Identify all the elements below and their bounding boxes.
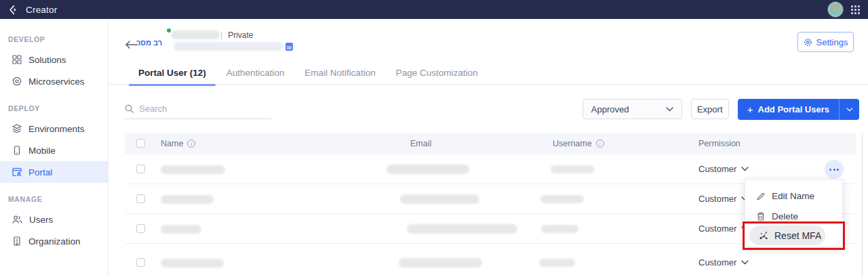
- chevron-down-icon: [741, 260, 749, 265]
- sidebar-item-users[interactable]: Users: [0, 209, 108, 230]
- users-icon: [12, 215, 22, 224]
- column-name: Name: [161, 139, 183, 148]
- table-row: Customer: [125, 244, 856, 277]
- divider: |: [220, 30, 222, 40]
- solutions-icon: [12, 55, 22, 64]
- creator-logo-icon[interactable]: [9, 4, 20, 16]
- app-window: Creator DEVELOP Solutions Microservices …: [0, 0, 868, 277]
- sidebar-item-label: Mobile: [28, 146, 56, 156]
- info-icon[interactable]: i: [187, 140, 195, 148]
- add-portal-users-menu-toggle[interactable]: [839, 99, 859, 120]
- masked-username: [540, 195, 584, 203]
- export-button[interactable]: Export: [691, 99, 729, 119]
- section-label-manage: MANAGE: [8, 195, 108, 205]
- column-username: Username: [553, 139, 592, 148]
- menu-item-label: Edit Name: [772, 191, 814, 201]
- permission-dropdown[interactable]: Customer: [698, 194, 749, 204]
- section-label-deploy: DEPLOY: [8, 104, 108, 114]
- masked-name: [161, 225, 201, 234]
- organization-icon: [12, 236, 22, 246]
- sidebar-item-label: Users: [29, 215, 53, 225]
- sidebar-item-label: Solutions: [28, 55, 66, 65]
- masked-email: [399, 258, 482, 268]
- masked-username: [539, 259, 575, 267]
- permission-dropdown[interactable]: Customer: [698, 223, 749, 234]
- apps-grid-icon[interactable]: [851, 5, 860, 14]
- brand-name: Creator: [26, 5, 57, 15]
- permission-value: Customer: [698, 223, 736, 234]
- app-title-hebrew: רב מסר: [136, 39, 162, 47]
- microservices-icon: [12, 77, 22, 86]
- sidebar-item-portal[interactable]: Portal: [0, 161, 108, 183]
- visibility-label: |Private: [220, 30, 253, 40]
- tab-portal-user[interactable]: Portal User (12): [138, 61, 206, 85]
- sidebar-item-label: Portal: [28, 167, 52, 177]
- table-header: Namei Email Usernamei Permission: [125, 133, 856, 154]
- permission-dropdown[interactable]: Customer: [698, 257, 749, 268]
- sidebar-item-label: Microservices: [28, 77, 85, 87]
- user-avatar[interactable]: [828, 2, 843, 17]
- tab-email-notification[interactable]: Email Notification: [304, 61, 375, 85]
- row-actions-button[interactable]: [825, 160, 844, 179]
- search-input[interactable]: [139, 104, 271, 114]
- row-checkbox[interactable]: [136, 165, 145, 173]
- row-checkbox[interactable]: [136, 194, 145, 203]
- masked-app-name: [171, 30, 220, 39]
- settings-button[interactable]: Settings: [797, 32, 854, 52]
- menu-item-label: Delete: [772, 211, 798, 221]
- masked-name: [161, 195, 214, 204]
- open-app-icon[interactable]: [285, 43, 293, 51]
- settings-label: Settings: [816, 37, 848, 47]
- add-portal-users-label: Add Portal Users: [758, 104, 829, 114]
- topbar: Creator: [0, 0, 868, 19]
- permission-value: Customer: [698, 194, 736, 204]
- portal-icon: [12, 167, 22, 177]
- column-email: Email: [410, 139, 431, 148]
- masked-name: [161, 259, 224, 268]
- permission-value: Customer: [698, 257, 736, 268]
- masked-username: [541, 225, 578, 233]
- reset-mfa-icon: [759, 231, 768, 240]
- select-all-checkbox[interactable]: [136, 139, 145, 148]
- sidebar-item-microservices[interactable]: Microservices: [0, 70, 108, 92]
- status-dot: [167, 28, 171, 33]
- masked-name: [161, 165, 225, 174]
- visibility-value: Private: [228, 30, 253, 40]
- row-actions-menu: Edit Name Delete Reset MFA: [745, 179, 843, 247]
- main-content: רב מסר |Private Settings Portal User (12…: [108, 19, 868, 277]
- add-portal-users-button[interactable]: + Add Portal Users: [738, 99, 859, 120]
- status-filter-value: Approved: [591, 104, 629, 114]
- menu-item-reset-mfa[interactable]: Reset MFA: [749, 226, 825, 245]
- tab-page-customization[interactable]: Page Customization: [396, 61, 478, 85]
- masked-username: [551, 165, 594, 173]
- sidebar-item-mobile[interactable]: Mobile: [0, 140, 108, 161]
- mobile-icon: [12, 146, 22, 155]
- masked-email: [387, 165, 469, 174]
- row-checkbox[interactable]: [136, 258, 145, 267]
- chevron-down-icon: [666, 107, 673, 112]
- trash-icon: [757, 212, 765, 221]
- pencil-icon: [757, 192, 765, 200]
- masked-email: [407, 224, 517, 234]
- info-icon[interactable]: i: [596, 140, 604, 148]
- row-checkbox[interactable]: [136, 224, 145, 233]
- masked-app-url: [174, 42, 283, 51]
- menu-item-label: Reset MFA: [774, 230, 821, 241]
- chevron-down-icon: [741, 167, 749, 171]
- search-field[interactable]: [125, 99, 271, 119]
- permission-value: Customer: [698, 164, 736, 174]
- plus-icon: +: [747, 104, 753, 115]
- menu-item-delete[interactable]: Delete: [757, 211, 798, 221]
- scrollbar-track[interactable]: [862, 133, 863, 277]
- permission-dropdown[interactable]: Customer: [698, 164, 749, 174]
- sidebar-item-environments[interactable]: Environments: [0, 118, 108, 140]
- sidebar-item-organization[interactable]: Organization: [0, 230, 108, 252]
- environments-icon: [12, 124, 22, 133]
- search-icon: [125, 104, 134, 113]
- status-filter-select[interactable]: Approved: [583, 99, 682, 119]
- sidebar-item-label: Organization: [28, 236, 81, 247]
- sidebar-item-solutions[interactable]: Solutions: [0, 49, 108, 70]
- tab-authentication[interactable]: Authentication: [226, 61, 285, 85]
- toolbar: Approved Export + Add Portal Users: [125, 99, 859, 121]
- menu-item-edit-name[interactable]: Edit Name: [757, 191, 814, 201]
